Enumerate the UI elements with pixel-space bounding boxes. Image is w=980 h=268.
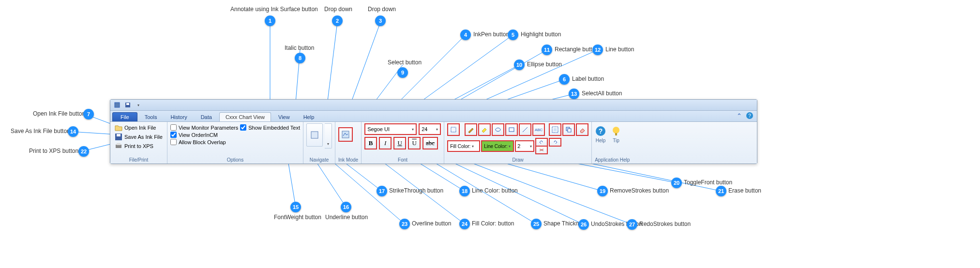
chevron-down-icon: ▾ — [530, 144, 532, 149]
callout-22-label: Print to XPS button — [29, 148, 78, 154]
svg-rect-43 — [568, 129, 571, 132]
line-color-button[interactable]: Line Color: ▾ — [481, 140, 514, 152]
tab-history[interactable]: History — [164, 112, 193, 121]
strikethrough-button[interactable]: abc — [422, 137, 438, 149]
callout-21-bubble: 21 — [716, 186, 726, 196]
tab-view[interactable]: View — [272, 112, 296, 121]
callout-12-label: Line button — [605, 46, 634, 53]
group-apphelp: ? Help Tip Application Help — [592, 122, 633, 164]
chevron-down-icon: ▾ — [327, 142, 329, 146]
ribbon-window: ▾ File Tools History Data Cxxx Chart Vie… — [110, 99, 757, 164]
line-color-label: Line Color: — [484, 144, 507, 149]
help-icon[interactable]: ? — [746, 112, 753, 119]
callout-5-bubble: 5 — [508, 30, 518, 40]
callout-13-bubble: 13 — [569, 89, 579, 99]
callout-19-label: RemoveStrokes button — [610, 187, 669, 194]
redostrokes-button[interactable] — [549, 138, 561, 147]
svg-rect-35 — [342, 131, 349, 138]
callout-3-label: Drop down — [368, 6, 396, 13]
font-size-value: 24 — [422, 126, 427, 132]
callout-4-label: InkPen button — [473, 31, 509, 38]
tip-label: Tip — [613, 138, 619, 143]
select-button[interactable] — [447, 123, 460, 136]
show-embedded-label: Show Embedded Text — [248, 125, 300, 131]
tab-help[interactable]: Help — [297, 112, 321, 121]
chevron-down-icon: ▾ — [412, 127, 414, 132]
highlighter-icon — [481, 126, 488, 133]
svg-rect-41 — [554, 128, 557, 131]
group-font-label: Font — [364, 156, 441, 163]
group-draw: ABC Fill Color: ▾ Line Color: ▾ — [444, 122, 592, 164]
shape-thickness-combo[interactable]: 2 ▾ — [515, 140, 534, 152]
rectangle-button[interactable] — [505, 123, 518, 136]
save-as-ink-file-button[interactable]: Save As Ink File — [113, 133, 164, 141]
select-icon — [450, 126, 457, 133]
callout-27-bubble: 27 — [627, 219, 637, 230]
ellipse-button[interactable] — [492, 123, 504, 136]
navigate-button[interactable] — [306, 123, 323, 147]
removestrokes-button[interactable] — [535, 147, 548, 154]
svg-rect-31 — [117, 134, 121, 136]
togglefront-button[interactable] — [562, 123, 575, 136]
print-to-xps-button[interactable]: Print to XPS — [113, 142, 164, 150]
view-monitor-checkbox[interactable]: View Monitor Parameters — [170, 124, 238, 131]
overline-button[interactable]: U — [408, 137, 421, 149]
callout-11-bubble: 11 — [542, 45, 552, 55]
qat-save-icon[interactable] — [124, 101, 132, 109]
thickness-value: 2 — [517, 143, 520, 149]
fill-color-label: Fill Color: — [450, 144, 470, 149]
tab-chart-view[interactable]: Cxxx Chart View — [219, 112, 271, 121]
allow-block-checkbox[interactable]: Allow Block Overlap — [170, 139, 238, 145]
qat-dropdown-icon[interactable]: ▾ — [135, 101, 142, 109]
open-ink-file-button[interactable]: Open Ink File — [113, 123, 164, 132]
tab-tools[interactable]: Tools — [138, 112, 164, 121]
help-button[interactable]: ? Help — [595, 125, 606, 143]
callout-6-bubble: 6 — [559, 74, 570, 85]
svg-point-37 — [496, 128, 500, 132]
show-embedded-checkbox[interactable]: Show Embedded Text — [240, 124, 300, 131]
ribbon-body: Open Ink File Save As Ink File Print to … — [110, 122, 757, 164]
undostrokes-button[interactable] — [535, 138, 548, 147]
group-fileprint: Open Ink File Save As Ink File Print to … — [110, 122, 167, 164]
inkpen-button[interactable] — [465, 123, 477, 136]
callout-8-label: Italic button — [285, 45, 314, 51]
font-name-dropdown[interactable]: Segoe UI ▾ — [364, 123, 417, 135]
highlight-button[interactable] — [478, 123, 491, 136]
callout-10-label: Ellipse button — [527, 61, 562, 68]
view-order-checkbox[interactable]: View OrderInCM — [170, 132, 238, 138]
group-navigate: ▾ Navigate — [303, 122, 335, 164]
help-label: Help — [596, 138, 606, 143]
fontweight-button[interactable]: B — [364, 137, 377, 149]
navigate-dropdown[interactable]: ▾ — [325, 123, 332, 149]
erase-button[interactable] — [576, 123, 588, 136]
callout-4-bubble: 4 — [460, 30, 471, 40]
callout-7-bubble: 7 — [83, 109, 94, 119]
callout-8-bubble: 8 — [295, 53, 305, 63]
save-as-ink-file-label: Save As Ink File — [124, 134, 163, 140]
annotate-ink-surface-button[interactable] — [338, 127, 353, 142]
group-navigate-label: Navigate — [306, 156, 332, 163]
qat-icon[interactable] — [113, 101, 121, 109]
fill-color-button[interactable]: Fill Color: ▾ — [447, 140, 480, 152]
lightbulb-icon — [610, 125, 622, 137]
callout-24-label: Fill Color: button — [472, 220, 514, 227]
tab-file[interactable]: File — [112, 112, 137, 121]
open-file-icon — [115, 124, 122, 132]
tip-button[interactable]: Tip — [610, 125, 622, 143]
italic-button[interactable]: I — [379, 137, 392, 149]
underline-button[interactable]: U — [393, 137, 406, 149]
label-button[interactable]: ABC — [532, 123, 545, 136]
callout-17-bubble: 17 — [377, 186, 387, 196]
callout-24-bubble: 24 — [459, 219, 470, 229]
group-font: Segoe UI ▾ 24 ▾ B I U U abc — [362, 122, 444, 164]
minimize-ribbon-icon[interactable]: ⌃ — [736, 112, 742, 119]
line-button[interactable] — [519, 123, 531, 136]
selectall-button[interactable] — [549, 123, 561, 136]
callout-1-label: Annotate using Ink Surface button — [230, 6, 318, 13]
callout-15-label: FontWeight button — [274, 214, 321, 221]
tab-data[interactable]: Data — [195, 112, 218, 121]
navigate-icon — [310, 130, 319, 140]
open-ink-file-label: Open Ink File — [124, 125, 156, 131]
font-size-dropdown[interactable]: 24 ▾ — [419, 123, 441, 135]
svg-point-48 — [613, 127, 619, 134]
